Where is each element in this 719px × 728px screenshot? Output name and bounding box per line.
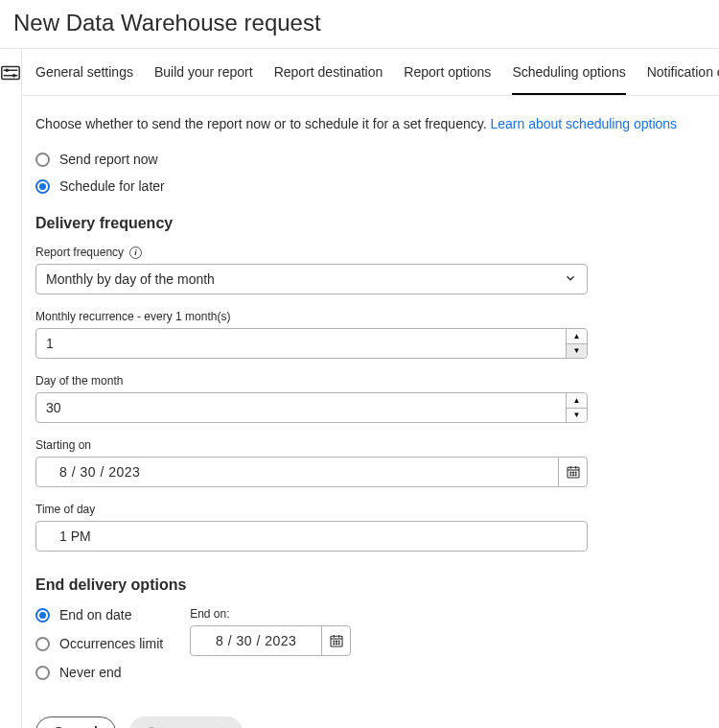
svg-point-14 [575, 475, 576, 476]
when-radio-group: Send report now Schedule for later [35, 152, 719, 194]
tab-report-options[interactable]: Report options [404, 64, 491, 95]
learn-link[interactable]: Learn about scheduling options [490, 116, 677, 131]
tab-build-your-report[interactable]: Build your report [154, 64, 253, 95]
svg-point-12 [569, 475, 570, 476]
stepper-down-button[interactable]: ▼ [567, 344, 587, 359]
end-on-input[interactable]: 8 / 30 / 2023 [190, 625, 351, 656]
svg-point-20 [336, 642, 336, 643]
radio-icon [35, 637, 50, 651]
end-radio-group: End on date Occurrences limit Never end [35, 607, 163, 693]
info-icon[interactable]: i [129, 247, 142, 259]
stepper-up-button[interactable]: ▲ [567, 393, 587, 409]
svg-rect-0 [2, 67, 19, 80]
svg-point-9 [569, 473, 570, 474]
svg-point-13 [572, 475, 573, 476]
starting-on-label: Starting on [35, 438, 719, 452]
calendar-button[interactable] [321, 626, 350, 655]
radio-icon [35, 153, 50, 167]
starting-on-input[interactable]: 8 / 30 / 2023 [35, 457, 588, 487]
page-title: New Data Warehouse request [13, 10, 706, 36]
radio-send-now[interactable]: Send report now [35, 152, 719, 167]
radio-label: Never end [59, 665, 122, 680]
svg-point-10 [572, 473, 573, 474]
time-of-day-input[interactable]: 1 PM [35, 521, 588, 552]
radio-icon [35, 179, 50, 194]
calendar-button[interactable] [558, 458, 587, 486]
day-of-month-label: Day of the month [35, 374, 719, 387]
stepper-up-button[interactable]: ▲ [567, 329, 587, 344]
select-value: Monthly by day of the month [46, 271, 215, 287]
end-on-label: End on: [190, 607, 351, 621]
time-of-day-label: Time of day [35, 503, 719, 516]
tab-general-settings[interactable]: General settings [35, 64, 133, 95]
svg-point-24 [338, 644, 339, 645]
radio-icon [35, 608, 50, 622]
monthly-recurrence-label: Monthly recurrence - every 1 month(s) [35, 310, 719, 323]
cancel-button[interactable]: Cancel [35, 716, 116, 728]
radio-label: Schedule for later [59, 178, 165, 194]
radio-occurrences-limit[interactable]: Occurrences limit [35, 636, 163, 651]
description-text: Choose whether to send the report now or… [35, 116, 490, 131]
report-frequency-select[interactable]: Monthly by day of the month [35, 264, 588, 294]
report-frequency-label: Report frequency i [35, 246, 719, 259]
input-value: 1 PM [59, 528, 91, 544]
stepper-down-button[interactable]: ▼ [567, 409, 587, 423]
svg-point-22 [333, 644, 334, 645]
stepper-value: 1 [36, 336, 566, 351]
stepper-value: 30 [36, 400, 566, 415]
delivery-frequency-title: Delivery frequency [35, 215, 719, 232]
radio-never-end[interactable]: Never end [35, 665, 163, 680]
svg-point-19 [333, 642, 334, 643]
radio-schedule-later[interactable]: Schedule for later [35, 178, 719, 194]
end-delivery-title: End delivery options [35, 576, 719, 594]
svg-point-23 [336, 644, 336, 645]
tab-report-destination[interactable]: Report destination [274, 64, 383, 95]
svg-point-11 [575, 473, 576, 474]
monthly-recurrence-stepper[interactable]: 1 ▲ ▼ [35, 328, 588, 359]
rail-settings-icon[interactable] [0, 70, 21, 86]
radio-icon [35, 666, 50, 680]
radio-label: Send report now [59, 152, 158, 167]
radio-end-on-date[interactable]: End on date [35, 607, 163, 622]
date-value: 8 / 30 / 2023 [36, 464, 558, 480]
tab-scheduling-options[interactable]: Scheduling options [512, 64, 625, 95]
chevron-down-icon [564, 271, 577, 288]
page-header: New Data Warehouse request [0, 0, 719, 49]
date-value: 8 / 30 / 2023 [191, 633, 321, 648]
section-description: Choose whether to send the report now or… [35, 113, 719, 134]
svg-point-21 [338, 642, 339, 643]
day-of-month-stepper[interactable]: 30 ▲ ▼ [35, 392, 588, 423]
save-request-button: Save request [129, 716, 244, 728]
calendar-icon [566, 464, 581, 480]
tabs: General settings Build your report Repor… [22, 49, 719, 96]
radio-label: Occurrences limit [59, 636, 163, 651]
calendar-icon [329, 633, 344, 648]
tab-notification-email[interactable]: Notification email [647, 64, 719, 95]
radio-label: End on date [59, 607, 132, 622]
left-rail [0, 49, 22, 728]
footer-actions: Cancel Save request [35, 716, 719, 728]
